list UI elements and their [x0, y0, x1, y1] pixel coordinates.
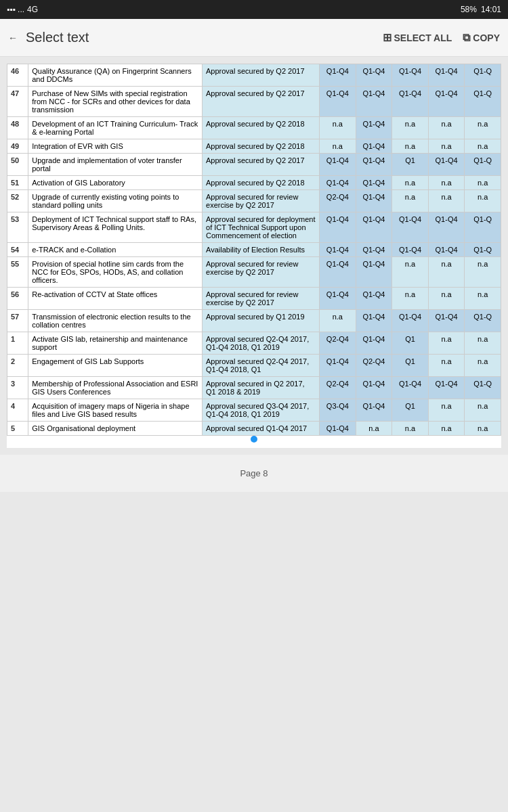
activity-cell[interactable]: Integration of EVR with GIS: [28, 139, 203, 154]
table-row: 51 Activation of GIS Laboratory Approval…: [7, 176, 501, 190]
q1-cell: Q1-Q4: [320, 64, 356, 87]
q3-cell: Q1: [392, 355, 429, 377]
q5-cell: Q1-Q: [465, 377, 501, 399]
q1-cell: Q1-Q4: [320, 212, 356, 243]
activity-cell[interactable]: Re-activation of CCTV at State offices: [28, 288, 203, 310]
q3-cell: Q1-Q4: [392, 87, 429, 117]
q5-cell: n.a: [465, 190, 501, 212]
q1-cell: Q3-Q4: [320, 399, 356, 422]
activity-cell[interactable]: Upgrade of currently existing voting poi…: [28, 190, 203, 212]
q3-cell: n.a: [392, 190, 429, 212]
q5-cell: n.a: [465, 117, 501, 139]
q1-cell: n.a: [320, 310, 356, 332]
q3-cell: Q1-Q4: [392, 377, 429, 399]
q2-cell: n.a: [356, 422, 392, 436]
milestone-cell: Approval secured by Q2 2017: [203, 64, 320, 87]
activity-cell[interactable]: Engagement of GIS Lab Supports: [28, 355, 203, 377]
table-row: 49 Integration of EVR with GIS Approval …: [7, 139, 501, 154]
table-row: 56 Re-activation of CCTV at State office…: [7, 288, 501, 310]
milestone-cell: Approval secured for review exercise by …: [203, 190, 320, 212]
activity-cell[interactable]: e-TRACK and e-Collation: [28, 243, 203, 257]
q3-cell: n.a: [392, 288, 429, 310]
page-footer: Page 8: [0, 455, 508, 492]
row-number: 51: [7, 176, 28, 190]
table-row: 47 Purchase of New SIMs with special reg…: [7, 87, 501, 117]
activity-cell[interactable]: GIS Organisational deployment: [28, 422, 203, 436]
scroll-indicator[interactable]: [251, 436, 257, 443]
q2-cell: Q1-Q4: [356, 87, 392, 117]
activity-cell[interactable]: Membership of Professional Association a…: [28, 377, 203, 399]
q2-cell: Q1-Q4: [356, 257, 392, 288]
q1-cell: Q1-Q4: [320, 87, 356, 117]
status-bar: ▪▪▪ ... 4G 58% 14:01: [0, 0, 508, 19]
q5-cell: n.a: [465, 176, 501, 190]
milestone-cell: Approval secured by Q1 2019: [203, 310, 320, 332]
q5-cell: n.a: [465, 399, 501, 422]
q2-cell: Q1-Q4: [356, 310, 392, 332]
q2-cell: Q1-Q4: [356, 154, 392, 176]
q1-cell: Q1-Q4: [320, 243, 356, 257]
activity-cell[interactable]: Deployment of ICT Technical support staf…: [28, 212, 203, 243]
milestone-cell: Approval secured by Q2 2017: [203, 154, 320, 176]
copy-icon: ⧉: [463, 32, 470, 44]
q3-cell: Q1: [392, 399, 429, 422]
milestone-cell: Approval secured by Q2 2018: [203, 117, 320, 139]
row-number: 3: [7, 377, 28, 399]
milestone-cell: Approval secured Q2-Q4 2017, Q1-Q4 2018,…: [203, 332, 320, 355]
q5-cell: n.a: [465, 139, 501, 154]
table-row: 4 Acquisition of imagery maps of Nigeria…: [7, 399, 501, 422]
q1-cell: Q1-Q4: [320, 176, 356, 190]
q2-cell: Q1-Q4: [356, 139, 392, 154]
q4-cell: n.a: [428, 399, 465, 422]
activity-cell[interactable]: Transmission of electronic election resu…: [28, 310, 203, 332]
table-row: 50 Upgrade and implementation of voter t…: [7, 154, 501, 176]
table-row: 3 Membership of Professional Association…: [7, 377, 501, 399]
activity-cell[interactable]: Acquisition of imagery maps of Nigeria i…: [28, 399, 203, 422]
activity-cell[interactable]: Activate GIS lab, retainership and maint…: [28, 332, 203, 355]
top-bar: ← Select text ⊞ SELECT ALL ⧉ COPY: [0, 19, 508, 57]
activity-cell[interactable]: Provision of special hotline sim cards f…: [28, 257, 203, 288]
q1-cell: Q2-Q4: [320, 190, 356, 212]
q5-cell: Q1-Q: [465, 87, 501, 117]
main-content: 46 Quality Assurance (QA) on Fingerprint…: [7, 64, 501, 448]
row-number: 57: [7, 310, 28, 332]
table-row: 52 Upgrade of currently existing voting …: [7, 190, 501, 212]
q5-cell: Q1-Q: [465, 243, 501, 257]
q1-cell: Q1-Q4: [320, 154, 356, 176]
select-all-button[interactable]: ⊞ SELECT ALL: [383, 31, 452, 44]
q2-cell: Q1-Q4: [356, 190, 392, 212]
row-number: 52: [7, 190, 28, 212]
q3-cell: n.a: [392, 422, 429, 436]
row-number: 53: [7, 212, 28, 243]
activity-cell[interactable]: Purchase of New SIMs with special regist…: [28, 87, 203, 117]
milestone-cell: Approval secured in Q2 2017, Q1 2018 & 2…: [203, 377, 320, 399]
activity-cell[interactable]: Quality Assurance (QA) on Fingerprint Sc…: [28, 64, 203, 87]
q4-cell: n.a: [428, 190, 465, 212]
milestone-cell: Approval secured for review exercise by …: [203, 257, 320, 288]
q5-cell: n.a: [465, 355, 501, 377]
back-button[interactable]: ←: [8, 32, 18, 43]
q4-cell: Q1-Q4: [428, 310, 465, 332]
activity-cell[interactable]: Upgrade and implementation of voter tran…: [28, 154, 203, 176]
q5-cell: n.a: [465, 422, 501, 436]
q1-cell: Q2-Q4: [320, 377, 356, 399]
activity-cell[interactable]: Development of an ICT Training Curriculu…: [28, 117, 203, 139]
milestone-cell: Approval secured for review exercise by …: [203, 288, 320, 310]
q4-cell: n.a: [428, 355, 465, 377]
milestone-cell: Approval secured Q2-Q4 2017, Q1-Q4 2018,…: [203, 355, 320, 377]
table-row: 55 Provision of special hotline sim card…: [7, 257, 501, 288]
q3-cell: n.a: [392, 139, 429, 154]
top-bar-left: ← Select text: [8, 30, 89, 45]
activity-cell[interactable]: Activation of GIS Laboratory: [28, 176, 203, 190]
page-title: Select text: [26, 30, 89, 45]
copy-button[interactable]: ⧉ COPY: [463, 32, 500, 44]
status-icons: ▪▪▪ ...: [7, 5, 24, 14]
clock: 14:01: [481, 5, 501, 14]
q4-cell: n.a: [428, 117, 465, 139]
row-number: 56: [7, 288, 28, 310]
milestone-cell: Approval secured Q1-Q4 2017: [203, 422, 320, 436]
top-bar-right: ⊞ SELECT ALL ⧉ COPY: [383, 31, 501, 44]
q5-cell: Q1-Q: [465, 154, 501, 176]
q3-cell: Q1: [392, 332, 429, 355]
row-number: 1: [7, 332, 28, 355]
